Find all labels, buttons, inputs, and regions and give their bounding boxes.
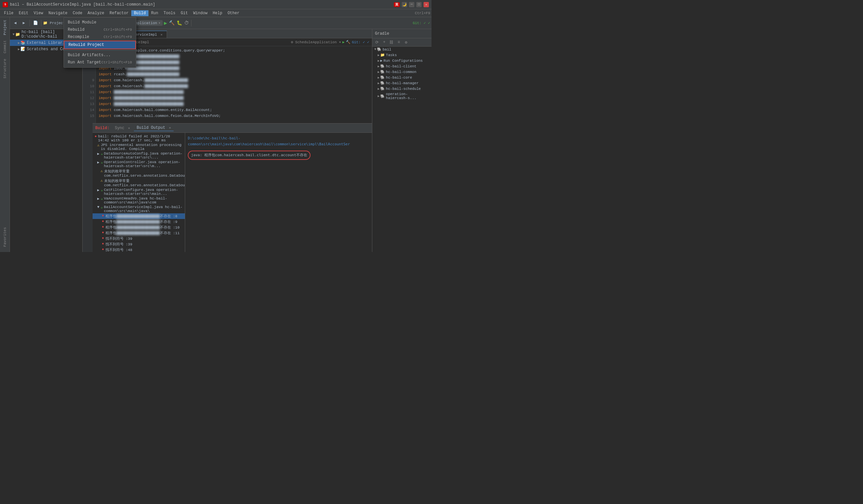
- build-item-12[interactable]: ● 程序包████████████████████不存在 :11: [92, 230, 185, 236]
- toolbar-forward[interactable]: ▶: [20, 19, 28, 27]
- error-icon: ●: [95, 134, 97, 138]
- gradle-icon: 🐘: [377, 47, 382, 52]
- code-line: import com.haiercash.bail.common.feion.d…: [99, 113, 369, 119]
- menu-other[interactable]: Other: [225, 10, 242, 16]
- code-line: import com.haiercash.███████████████████…: [99, 83, 369, 89]
- build-item-4[interactable]: ⚠ 未知的枚举常量 com.netflix.servo.annotations.…: [92, 168, 185, 178]
- build-item-14[interactable]: ● 找不到符号 :39: [92, 242, 185, 247]
- build-item-9[interactable]: ● 程序包████████████████████不存在 :8: [92, 214, 185, 219]
- java-icon: ☕: [101, 160, 103, 165]
- gradle-item-tasks[interactable]: ▶ 📁 Tasks: [372, 52, 432, 58]
- build-item-11[interactable]: ● 程序包████████████████████不存在 :10: [92, 224, 185, 230]
- line-num: 15: [83, 113, 94, 119]
- folder-icon: 📁: [380, 53, 385, 57]
- lang-button[interactable]: 英: [394, 2, 400, 7]
- menu-rebuild-project[interactable]: Rebuild Project: [64, 41, 136, 49]
- build-item-3[interactable]: ▶ ☕ OperationController.java operation-h…: [92, 160, 185, 168]
- run-config-breadcrumb: ⚙ ScheduleApplication ▾: [291, 40, 341, 44]
- code-line: import ████████████████████████████████: [99, 89, 369, 95]
- menu-build-artifacts[interactable]: Build Artifacts...: [64, 52, 136, 59]
- vtab-project[interactable]: Project: [2, 17, 8, 38]
- gradle-item-bail[interactable]: ▼ 🐘 bail: [372, 47, 432, 52]
- menu-file[interactable]: File: [1, 10, 16, 16]
- gradle-unlink[interactable]: ⛓: [388, 39, 395, 46]
- build-item-6[interactable]: ▶ ☕ CatFilterConfigure.java operation-ha…: [92, 188, 185, 196]
- tab-close-icon[interactable]: ✕: [160, 33, 162, 37]
- menu-build[interactable]: Build: [131, 10, 149, 16]
- build-item-13[interactable]: ● 找不到符号 :39: [92, 236, 185, 242]
- close-button[interactable]: ✕: [424, 2, 429, 7]
- menu-git[interactable]: Git: [178, 10, 191, 16]
- menu-separator: [64, 50, 136, 51]
- build-output-detail: D:\code\hc-bail\hc-bail-common\src\main\…: [185, 133, 372, 252]
- menu-build-module[interactable]: Build Module: [64, 19, 136, 26]
- menu-edit[interactable]: Edit: [16, 10, 31, 16]
- build-item-1[interactable]: ⚠ JPS incremental annotation processing …: [92, 143, 185, 151]
- moon-icon[interactable]: 🌙: [402, 2, 407, 7]
- menu-refactor[interactable]: Refactor: [107, 10, 131, 16]
- gradle-item-hc-bail-core[interactable]: ▶ 🐘 hc-bail-core: [372, 75, 432, 80]
- gradle-item-hc-bail-schedule[interactable]: ▶ 🐘 hc-bail-schedule: [372, 86, 432, 91]
- debug-button[interactable]: 🐛: [176, 20, 183, 26]
- gradle-label: bail: [383, 48, 391, 52]
- gradle-item-hc-bail-client[interactable]: ▶ 🐘 hc-bail-client: [372, 63, 432, 69]
- build-item-7[interactable]: ▶ ☕ VaAccountHeadVo.java hc-bail-common\…: [92, 196, 185, 205]
- build-item-5[interactable]: ⚠ 未知的枚举常量 com.netflix.servo.annotations.…: [92, 178, 185, 188]
- menu-run[interactable]: Run: [149, 10, 161, 16]
- git-status: Git: ✓ ✓: [413, 21, 430, 25]
- sync-close[interactable]: ✕: [128, 127, 130, 130]
- vtab-structure[interactable]: Structure: [2, 56, 8, 81]
- menu-window[interactable]: Window: [190, 10, 210, 16]
- build-item-text: bail: rebuild failed At 2022/1/28 14:42 …: [98, 134, 183, 142]
- expand-arrow: ▶: [378, 81, 379, 85]
- menu-view[interactable]: View: [31, 10, 46, 16]
- build-item-0[interactable]: ● bail: rebuild failed At 2022/1/28 14:4…: [92, 134, 185, 143]
- code-line: import ldou.m████████████████████████: [99, 65, 369, 71]
- gradle-item-operation[interactable]: ▶ 🐘 operation-haiercash-s...: [372, 91, 432, 101]
- build-item-8[interactable]: ▼ ☕ BailAccountServiceImpl.java hc-bail-…: [92, 205, 185, 214]
- menu-run-ant[interactable]: Run Ant Target Ctrl+Shift+F10: [64, 59, 136, 66]
- menu-tools[interactable]: Tools: [161, 10, 178, 16]
- toolbar-recentfiles[interactable]: 📄: [32, 19, 39, 27]
- breadcrumb-build-button[interactable]: 🔨: [346, 40, 350, 44]
- build-item-10[interactable]: ● 程序包████████████████████不存在 :9: [92, 219, 185, 224]
- build-item-2[interactable]: ▶ ☕ DataSourceAutoConfig.java operation-…: [92, 151, 185, 160]
- error-icon: ●: [102, 242, 104, 246]
- menu-analyze[interactable]: Analyze: [85, 10, 107, 16]
- build-button[interactable]: 🔨: [168, 20, 175, 26]
- build-tab-output[interactable]: Build Output ✕: [134, 125, 174, 131]
- gradle-settings[interactable]: ⚙: [403, 39, 409, 46]
- gradle-collapse[interactable]: ≡: [396, 39, 402, 46]
- menu-recompile[interactable]: Recompile Ctrl+Shift+F9: [64, 33, 136, 41]
- vtab-favorites[interactable]: Favorites: [2, 224, 8, 249]
- error-icon: ●: [102, 214, 104, 218]
- gradle-add[interactable]: +: [381, 39, 388, 46]
- menu-help[interactable]: Help: [210, 10, 225, 16]
- menu-code[interactable]: Code: [70, 10, 85, 16]
- toolbar-back[interactable]: ◀: [11, 19, 19, 27]
- gradle-item-hc-bail-manager[interactable]: ▶ 🐘 hc-bail-manager: [372, 80, 432, 86]
- profile-button[interactable]: ⏱: [184, 21, 189, 26]
- expand-icon: ▶: [97, 152, 100, 156]
- code-line: import ldou.m████████████████████████: [99, 53, 369, 60]
- gradle-refresh[interactable]: ⟳: [374, 39, 380, 46]
- gradle-item-hc-bail-common[interactable]: ▶ 🐘 hc-bail-common: [372, 69, 432, 75]
- menu-rebuild[interactable]: Rebuild Ctrl+Shift+F9: [64, 26, 136, 33]
- minimize-button[interactable]: ─: [409, 2, 414, 7]
- build-item-15[interactable]: ● 找不到符号 :48: [92, 247, 185, 252]
- menu-navigate[interactable]: Navigate: [46, 10, 70, 16]
- build-error-text: java: 程序包com.haiercash.bail.client.dtc.a…: [191, 153, 307, 157]
- git-label: Git: ✓ ✓: [352, 40, 369, 44]
- build-panel: Build: Sync ✕ Build Output ✕ ● bail: reb…: [92, 123, 372, 252]
- line-num: 14: [83, 107, 94, 113]
- breadcrumb-run-button[interactable]: ▶: [342, 40, 345, 44]
- run-button[interactable]: ▶: [163, 20, 168, 26]
- gradle-label: hc-bail-schedule: [386, 87, 421, 91]
- gradle-sub-icon: 🐘: [380, 70, 385, 74]
- build-tab-sync[interactable]: Sync ✕: [112, 125, 133, 131]
- maximize-button[interactable]: □: [416, 2, 422, 7]
- output-close[interactable]: ✕: [169, 126, 171, 130]
- gradle-item-runconfigs[interactable]: ▶ ▶ Run Configurations: [372, 58, 432, 63]
- expand-arrow: ▶: [378, 94, 379, 98]
- vtab-commit[interactable]: Commit: [2, 38, 8, 56]
